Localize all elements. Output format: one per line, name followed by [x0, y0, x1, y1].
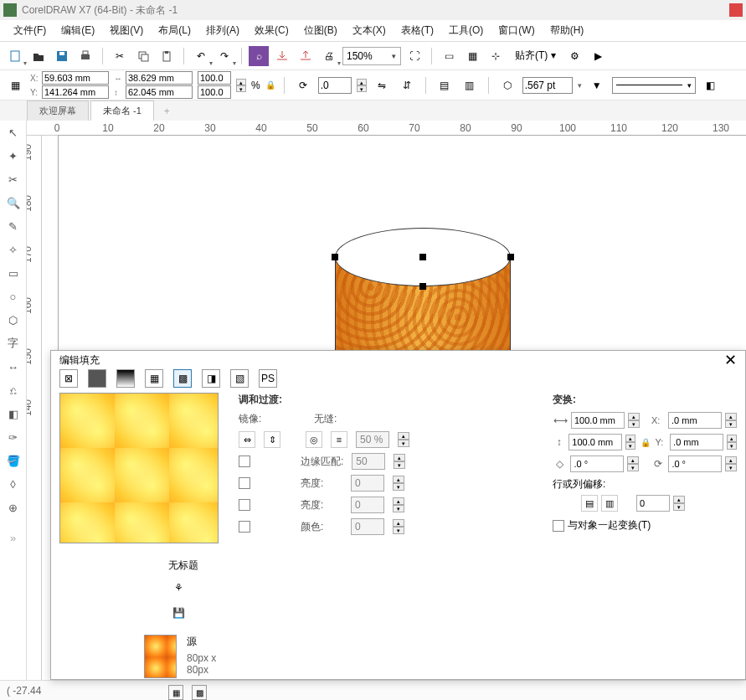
crop-tool[interactable]: ✂	[5, 171, 22, 188]
width-input[interactable]	[126, 71, 193, 85]
x-position-input[interactable]	[42, 71, 109, 85]
scale-x-input[interactable]	[198, 71, 231, 85]
w-spinner[interactable]: ▴▾	[628, 413, 640, 428]
text-tool[interactable]: 字	[5, 335, 22, 352]
freehand-tool[interactable]: ✎	[5, 218, 22, 234]
import-button[interactable]	[272, 46, 292, 66]
outline-tool[interactable]: ◊	[5, 476, 22, 492]
dimension-tool[interactable]: ↔	[5, 358, 22, 375]
solid-fill-button[interactable]	[88, 369, 106, 388]
cylinder-object[interactable]	[335, 228, 511, 328]
effects-tool[interactable]: ◧	[5, 405, 22, 422]
rotation-input[interactable]	[318, 77, 352, 94]
seamless-spinner[interactable]: ▴▾	[398, 432, 409, 447]
col-offset-icon[interactable]: ▥	[601, 495, 618, 512]
menu-file[interactable]: 文件(F)	[7, 21, 53, 40]
tile-mode-2[interactable]: ▩	[192, 685, 207, 700]
library-icon[interactable]: ⚘	[168, 578, 188, 598]
order-button[interactable]: ▥	[460, 75, 480, 95]
outline-width-input[interactable]	[522, 77, 573, 94]
redo-button[interactable]: ↷	[214, 46, 234, 66]
bright2-spinner[interactable]: ▴▾	[393, 497, 404, 512]
menu-table[interactable]: 表格(T)	[394, 21, 440, 40]
linear-icon[interactable]: ≡	[331, 431, 347, 448]
offset-input[interactable]	[636, 495, 670, 512]
show-guides-button[interactable]: ⊹	[486, 46, 506, 66]
scale-y-input[interactable]	[198, 85, 231, 99]
open-button[interactable]	[28, 46, 49, 66]
fill-rot-input[interactable]	[668, 456, 722, 472]
polygon-tool[interactable]: ⬡	[5, 311, 22, 328]
x-spinner[interactable]: ▴▾	[725, 413, 737, 428]
color-value[interactable]	[351, 518, 384, 535]
menu-arrange[interactable]: 排列(A)	[199, 21, 246, 40]
print-button[interactable]	[75, 46, 95, 66]
h-spinner[interactable]: ▴▾	[625, 435, 635, 450]
color-spinner[interactable]: ▴▾	[393, 519, 404, 534]
height-input[interactable]	[126, 85, 193, 99]
menu-window[interactable]: 窗口(W)	[491, 21, 541, 40]
rectangle-tool[interactable]: ▭	[5, 265, 22, 281]
rot-spinner[interactable]: ▴▾	[725, 456, 737, 471]
tile-mode-1[interactable]: ▦	[168, 685, 183, 700]
show-rulers-button[interactable]: ▭	[439, 46, 459, 66]
fill-tool[interactable]: 🪣	[5, 452, 22, 469]
options-button[interactable]: ⚙	[565, 46, 585, 66]
menu-edit[interactable]: 编辑(E)	[54, 21, 101, 40]
cut-button[interactable]: ✂	[110, 46, 130, 66]
y-position-input[interactable]	[42, 85, 109, 99]
edge-spinner[interactable]: ▴▾	[394, 454, 405, 469]
new-button[interactable]	[5, 46, 25, 66]
mirror-v-icon[interactable]: ⇕	[264, 431, 280, 448]
zoom-input[interactable]	[343, 48, 387, 64]
edge-value[interactable]	[352, 453, 385, 470]
radial-icon[interactable]: ◎	[306, 431, 322, 448]
gradient-fill-button[interactable]	[116, 369, 135, 388]
zoom-combo[interactable]: ▾	[342, 47, 401, 65]
mirror-h-button[interactable]: ⇋	[372, 75, 392, 95]
bright1-value[interactable]	[351, 475, 384, 492]
postscript-fill-button[interactable]: PS	[259, 369, 277, 388]
fill-width-input[interactable]	[571, 412, 625, 429]
menu-view[interactable]: 视图(V)	[103, 21, 150, 40]
ellipse-tool[interactable]: ○	[5, 288, 22, 305]
shape-tool[interactable]: ✦	[5, 147, 22, 164]
search-button[interactable]: ⌕	[249, 46, 269, 66]
zoom-tool[interactable]: 🔍	[5, 194, 22, 211]
smart-tool[interactable]: ✧	[5, 241, 22, 258]
scale-spinner[interactable]: ▴▾	[236, 79, 246, 92]
row-offset-icon[interactable]: ▤	[581, 495, 598, 512]
bright1-checkbox[interactable]	[239, 477, 250, 489]
fill-y-input[interactable]	[670, 434, 723, 450]
fill-x-input[interactable]	[668, 412, 722, 429]
texture-fill-button[interactable]: ▧	[230, 369, 249, 388]
selection-handle[interactable]	[332, 254, 338, 260]
launch-button[interactable]: ▶	[589, 46, 609, 66]
selection-handle[interactable]	[419, 254, 426, 260]
menu-help[interactable]: 帮助(H)	[543, 21, 591, 40]
eyedropper-tool[interactable]: ✑	[5, 429, 22, 445]
selection-handle[interactable]	[419, 283, 426, 290]
skew-spinner[interactable]: ▴▾	[627, 456, 639, 471]
fill-height-input[interactable]	[569, 434, 622, 450]
add-tab-button[interactable]: +	[156, 102, 178, 121]
edit-fill-button[interactable]: ◧	[701, 75, 721, 95]
connector-tool[interactable]: ⎌	[5, 382, 22, 399]
source-preview[interactable]	[144, 635, 177, 678]
close-icon[interactable]: ✕	[724, 351, 737, 369]
lock-icon[interactable]: 🔒	[639, 438, 651, 447]
color-checkbox[interactable]	[239, 521, 250, 533]
snap-dropdown[interactable]: 贴齐(T) ▾	[509, 46, 562, 65]
user-icon[interactable]	[729, 3, 743, 17]
save-button[interactable]	[52, 46, 72, 66]
mirror-v-button[interactable]: ⇵	[397, 75, 417, 95]
mirror-h-icon[interactable]: ⇔	[239, 431, 255, 448]
pattern-fill-button[interactable]: ▦	[145, 369, 163, 388]
copy-button[interactable]	[133, 46, 153, 66]
selection-handle[interactable]	[507, 254, 514, 260]
publish-button[interactable]: 🖨	[319, 46, 339, 66]
chevron-down-icon[interactable]: ▾	[387, 52, 400, 60]
expand-tool[interactable]: »	[5, 529, 22, 546]
bright2-value[interactable]	[351, 497, 384, 513]
menu-text[interactable]: 文本(X)	[346, 21, 393, 40]
